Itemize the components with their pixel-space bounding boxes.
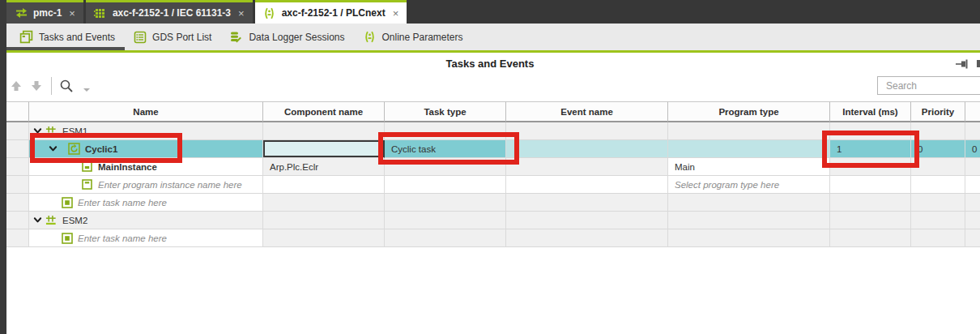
- cell-task_type[interactable]: [385, 122, 506, 140]
- cell-component[interactable]: Arp.Plc.Eclr: [263, 158, 385, 176]
- window-tab-3[interactable]: axc-f-2152-1 / PLCnext×: [255, 0, 407, 24]
- column-header-program_type[interactable]: Program type: [668, 101, 830, 122]
- chevron-down-icon[interactable]: [32, 126, 43, 136]
- cell-interval[interactable]: [830, 212, 911, 229]
- cell-task_type[interactable]: [385, 212, 506, 229]
- cell-extra[interactable]: 0: [965, 140, 980, 158]
- cell-event_name[interactable]: [506, 212, 668, 229]
- window-tab-label: axc-f-2152-1 / IEC 61131-3: [113, 7, 231, 19]
- cell-extra[interactable]: [965, 212, 980, 229]
- cell-component[interactable]: [263, 122, 385, 140]
- cell-interval[interactable]: [830, 229, 911, 247]
- cell-interval[interactable]: 1: [830, 140, 911, 158]
- pin-icon[interactable]: [956, 58, 969, 70]
- row-gutter[interactable]: [6, 194, 29, 212]
- cell-name[interactable]: MainInstance: [29, 158, 263, 176]
- cell-priority[interactable]: 0: [911, 140, 965, 158]
- name-label: ESM2: [62, 216, 87, 225]
- cell-extra[interactable]: [965, 176, 980, 194]
- row-gutter[interactable]: [6, 140, 29, 158]
- cell-program_type[interactable]: [668, 122, 830, 140]
- cell-extra[interactable]: [965, 194, 980, 212]
- cell-component[interactable]: [263, 212, 385, 229]
- cell-task_type[interactable]: [385, 229, 506, 247]
- cell-program_type[interactable]: [668, 194, 830, 212]
- cell-event_name[interactable]: [506, 176, 668, 194]
- editor-tab-online-parameters[interactable]: Online Parameters: [358, 24, 468, 50]
- cell-program_type[interactable]: [668, 212, 830, 229]
- cell-priority[interactable]: [911, 212, 965, 229]
- chevron-down-icon[interactable]: [32, 215, 43, 225]
- move-down-button[interactable]: [28, 78, 45, 94]
- column-header-priority[interactable]: Priority: [911, 101, 965, 122]
- cell-event_name[interactable]: [506, 158, 668, 176]
- close-icon[interactable]: ×: [238, 7, 245, 19]
- plcnext-brackets-icon: [263, 6, 276, 19]
- cell-name[interactable]: Enter program instance name here: [29, 176, 263, 194]
- cell-component[interactable]: [263, 229, 385, 247]
- row-gutter[interactable]: [6, 176, 29, 194]
- cell-program_type[interactable]: [668, 229, 830, 247]
- cell-value-program_type: Select program type here: [668, 180, 779, 190]
- row-gutter[interactable]: [6, 122, 29, 140]
- cell-component[interactable]: [263, 140, 385, 158]
- row-gutter[interactable]: [6, 158, 29, 176]
- cell-task_type[interactable]: [385, 158, 506, 176]
- window-tab-1[interactable]: pmc-1×: [6, 0, 83, 24]
- close-icon[interactable]: ×: [69, 7, 75, 19]
- editor-tab-data-logger-sessions[interactable]: Data Logger Sessions: [224, 24, 349, 50]
- cell-name[interactable]: Enter task name here: [29, 194, 263, 212]
- cell-priority[interactable]: [911, 229, 965, 247]
- cell-program_type[interactable]: Main: [668, 158, 830, 176]
- row-gutter[interactable]: [6, 229, 29, 247]
- column-header-extra[interactable]: T: [965, 101, 980, 122]
- cell-task_type[interactable]: [385, 176, 506, 194]
- cell-value-task_type: Cyclic task: [385, 144, 436, 154]
- cell-event_name[interactable]: [506, 194, 668, 212]
- cell-priority[interactable]: [911, 158, 965, 176]
- cell-task_type[interactable]: Cyclic task: [385, 140, 506, 158]
- cell-program_type[interactable]: Select program type here: [668, 176, 830, 194]
- cell-priority[interactable]: [911, 194, 965, 212]
- name-placeholder: Enter task name here: [78, 198, 167, 208]
- cell-task_type[interactable]: [385, 194, 506, 212]
- name-label: ESM1: [62, 126, 87, 136]
- cell-name[interactable]: Enter task name here: [29, 229, 263, 247]
- column-header-event_name[interactable]: Event name: [506, 101, 668, 122]
- table-toolbar: [8, 76, 90, 96]
- cell-event_name[interactable]: [506, 140, 668, 158]
- search-zoom-button[interactable]: [58, 78, 75, 94]
- cell-priority[interactable]: [911, 122, 965, 140]
- cell-name[interactable]: ESM1: [29, 122, 263, 140]
- cell-event_name[interactable]: [506, 229, 668, 247]
- cell-component[interactable]: [263, 194, 385, 212]
- clipped-toolbar-icon[interactable]: [977, 60, 980, 67]
- cell-priority[interactable]: [911, 176, 965, 194]
- close-icon[interactable]: ×: [393, 7, 399, 19]
- online-parameters-icon: [363, 30, 377, 44]
- cell-interval[interactable]: [830, 176, 911, 194]
- column-header-component[interactable]: Component name: [263, 101, 385, 122]
- cell-name[interactable]: Cyclic1: [29, 140, 263, 158]
- cell-interval[interactable]: [830, 194, 911, 212]
- cell-interval[interactable]: [830, 158, 911, 176]
- cell-extra[interactable]: [965, 229, 980, 247]
- search-input[interactable]: [877, 76, 980, 95]
- column-header-interval[interactable]: Interval (ms): [830, 101, 911, 122]
- editor-tab-gds-port-list[interactable]: GDS Port List: [128, 24, 216, 50]
- cell-component[interactable]: [263, 176, 385, 194]
- chevron-down-icon[interactable]: [48, 143, 58, 154]
- cell-extra[interactable]: [965, 122, 980, 140]
- cell-program_type[interactable]: [668, 140, 830, 158]
- search-options-caret[interactable]: [83, 88, 90, 92]
- window-tab-2[interactable]: axc-f-2152-1 / IEC 61131-3×: [86, 0, 253, 24]
- cell-name[interactable]: ESM2: [29, 212, 263, 229]
- cell-interval[interactable]: [830, 122, 911, 140]
- column-header-task_type[interactable]: Task type: [385, 101, 506, 122]
- move-up-button[interactable]: [8, 78, 24, 94]
- column-header-name[interactable]: Name: [29, 101, 263, 122]
- left-panel-edge[interactable]: [0, 0, 6, 334]
- cell-extra[interactable]: [965, 158, 980, 176]
- row-gutter[interactable]: [6, 212, 29, 229]
- cell-event_name[interactable]: [506, 122, 668, 140]
